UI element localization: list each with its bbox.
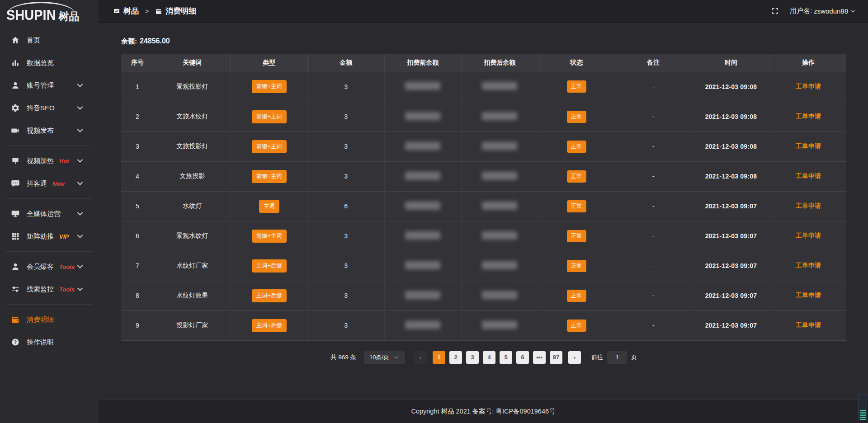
work-order-link[interactable]: 工单申请	[796, 232, 821, 239]
censored-balance	[482, 231, 517, 240]
next-page-button[interactable]: ›	[568, 351, 581, 364]
row-amount: 3	[307, 102, 384, 132]
breadcrumb-item-home[interactable]: 树品	[113, 6, 139, 16]
censored-balance	[405, 142, 440, 150]
sidebar-item-抖音SEO[interactable]: 抖音SEO	[0, 97, 99, 119]
status-badge: 正常	[567, 230, 586, 242]
row-index: 9	[121, 310, 154, 340]
page-button-4[interactable]: 4	[483, 351, 495, 364]
sidebar-item-消费明细[interactable]: 消费明细	[0, 308, 99, 331]
row-type: 主词+后缀	[231, 310, 307, 340]
row-keyword: 文旅投影	[154, 161, 231, 191]
censored-balance	[482, 142, 517, 150]
goto-page-input[interactable]: 1	[607, 351, 627, 364]
column-header: 序号	[121, 54, 154, 72]
row-keyword: 水纹灯厂家	[154, 251, 231, 281]
row-action: 工单申请	[770, 191, 847, 221]
page-button-5[interactable]: 5	[500, 351, 512, 364]
row-post-balance	[461, 161, 538, 191]
row-time: 2021-12-03 09:07	[692, 191, 770, 221]
breadcrumb-separator: >	[145, 8, 149, 15]
sidebar-nav: 首页数据总览账号管理抖音SEO视频发布视频加热Hot抖客通New全媒体运营矩阵助…	[0, 26, 99, 353]
row-pre-balance	[384, 310, 461, 340]
sidebar-item-label: 数据总览	[27, 59, 54, 67]
work-order-link[interactable]: 工单申请	[796, 321, 821, 329]
breadcrumb-label: 树品	[123, 6, 139, 16]
page-button-6[interactable]: 6	[516, 351, 529, 364]
page-button-97[interactable]: 97	[550, 351, 562, 364]
page-button-1[interactable]: 1	[433, 351, 445, 364]
row-pre-balance	[384, 102, 461, 132]
chevron-down-icon	[75, 126, 85, 135]
work-order-link[interactable]: 工单申请	[796, 172, 821, 179]
row-index: 2	[121, 102, 154, 132]
pagination: 共 969 条10条/页‹123456•••97›前往1页	[121, 351, 846, 364]
row-action: 工单申请	[770, 132, 847, 161]
more-pages-button[interactable]: •••	[533, 351, 546, 364]
footer: Copyright 树品 2021 备案号: 粤ICP备09019646号	[99, 400, 868, 423]
row-amount: 3	[307, 72, 384, 102]
type-badge: 主词+后缀	[252, 259, 287, 273]
row-action: 工单申请	[770, 281, 847, 310]
app-logo[interactable]: SHUPIN 树品	[0, 0, 99, 26]
breadcrumb-item-current[interactable]: 消费明细	[155, 6, 196, 16]
page-size-value: 10条/页	[369, 353, 389, 362]
type-badge: 前缀+主词	[252, 110, 287, 123]
page-button-3[interactable]: 3	[466, 351, 479, 364]
sidebar-item-首页[interactable]: 首页	[0, 29, 99, 52]
status-badge: 正常	[567, 111, 586, 123]
work-order-link[interactable]: 工单申请	[796, 142, 821, 150]
username-display[interactable]: 用户名: zswodun88	[790, 7, 856, 15]
work-order-link[interactable]: 工单申请	[796, 291, 821, 299]
status-badge: 正常	[567, 290, 586, 302]
fullscreen-icon[interactable]	[771, 7, 779, 15]
censored-balance	[405, 172, 440, 180]
page-size-select[interactable]: 10条/页	[364, 351, 405, 364]
row-remark: -	[615, 281, 692, 310]
page-button-2[interactable]: 2	[449, 351, 462, 364]
sidebar-item-线索监控[interactable]: 线索监控Tools	[0, 278, 99, 301]
floating-widget[interactable]	[858, 394, 867, 420]
sidebar-item-视频发布[interactable]: 视频发布	[0, 119, 99, 142]
row-keyword: 文旅投影灯	[154, 132, 231, 161]
row-status: 正常	[538, 310, 615, 340]
sidebar-item-抖客通[interactable]: 抖客通New	[0, 172, 99, 195]
sidebar-item-会员爆客[interactable]: 会员爆客Tools	[0, 255, 99, 278]
work-order-link[interactable]: 工单申请	[796, 262, 821, 269]
status-badge: 正常	[567, 320, 586, 332]
prev-page-button[interactable]: ‹	[414, 351, 427, 364]
row-action: 工单申请	[770, 72, 847, 102]
censored-balance	[482, 291, 517, 299]
sidebar-item-视频加热[interactable]: 视频加热Hot	[0, 150, 99, 172]
sidebar-item-操作说明[interactable]: ?操作说明	[0, 331, 99, 353]
row-post-balance	[461, 221, 538, 251]
work-order-link[interactable]: 工单申请	[796, 202, 821, 209]
work-order-link[interactable]: 工单申请	[796, 83, 821, 90]
row-status: 正常	[538, 161, 615, 191]
table-row: 9投影灯厂家主词+后缀3正常-2021-12-03 09:07工单申请	[121, 310, 846, 340]
row-type: 前缀+主词	[231, 102, 307, 132]
goto-label: 前往	[591, 353, 603, 362]
type-badge: 前缀+主词	[252, 80, 287, 93]
row-status: 正常	[538, 102, 615, 132]
logo-text-en: SHUPIN	[6, 8, 56, 24]
sidebar-item-数据总览[interactable]: 数据总览	[0, 52, 99, 74]
row-pre-balance	[384, 191, 461, 221]
user-icon	[11, 81, 20, 90]
chevron-down-icon	[394, 355, 399, 360]
column-header: 金额	[307, 54, 384, 72]
sidebar-item-全媒体运营[interactable]: 全媒体运营	[0, 202, 99, 225]
chevron-down-icon	[75, 285, 85, 294]
row-status: 正常	[538, 191, 615, 221]
row-index: 7	[121, 251, 154, 281]
row-time: 2021-12-03 09:08	[692, 72, 770, 102]
status-badge: 正常	[567, 200, 586, 212]
work-order-link[interactable]: 工单申请	[796, 113, 821, 120]
sidebar-item-账号管理[interactable]: 账号管理	[0, 74, 99, 97]
row-time: 2021-12-03 09:08	[692, 132, 770, 161]
row-remark: -	[615, 221, 692, 251]
sidebar-item-矩阵助推[interactable]: 矩阵助推VIP	[0, 225, 99, 248]
row-post-balance	[461, 72, 538, 102]
app-window: SHUPIN 树品 首页数据总览账号管理抖音SEO视频发布视频加热Hot抖客通N…	[0, 0, 868, 423]
sidebar-item-label: 抖客通	[27, 179, 47, 188]
